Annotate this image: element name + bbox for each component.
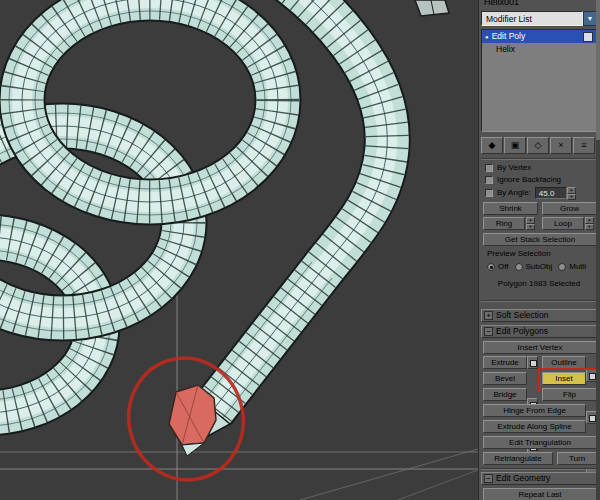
loop-button[interactable]: Loop — [542, 217, 584, 230]
shrink-button[interactable]: Shrink — [483, 202, 538, 215]
chevron-down-icon[interactable]: ▼ — [583, 11, 597, 26]
bridge-button[interactable]: Bridge — [483, 388, 527, 401]
inset-button[interactable]: Inset — [542, 372, 586, 385]
modifier-list-label: Modifier List — [481, 11, 583, 26]
stack-item-label: Edit Poly — [492, 32, 526, 41]
hinge-from-edge-button[interactable]: Hinge From Edge — [483, 404, 586, 417]
background-cube-object — [415, 0, 449, 16]
retriangulate-button[interactable]: Retriangulate — [483, 452, 553, 465]
selection-status: Polygon 1983 Selected — [481, 277, 597, 289]
by-vertex-label: By Vertex — [497, 164, 531, 172]
stack-item-edit-poly[interactable]: ● Edit Poly — [482, 30, 596, 43]
remove-modifier-button[interactable]: × — [550, 137, 572, 154]
by-angle-spinner[interactable]: ▴ ▾ — [567, 187, 576, 199]
repeat-last-button[interactable]: Repeat Last — [483, 488, 597, 500]
insert-vertex-button[interactable]: Insert Vertex — [483, 341, 597, 354]
pin-stack-button[interactable]: ◆ — [481, 137, 503, 154]
divider — [481, 300, 597, 302]
preview-multi-label: Multi — [569, 263, 586, 271]
configure-modifier-sets-button[interactable]: ≡ — [573, 137, 595, 154]
expand-icon[interactable]: + — [484, 311, 493, 320]
preview-off-label: Off — [498, 263, 509, 271]
edit-geometry-label: Edit Geometry — [496, 474, 550, 483]
extrude-settings-button[interactable] — [527, 356, 538, 369]
soft-selection-rollout[interactable]: + Soft Selection — [481, 309, 597, 322]
stack-toolbar: ◆ ▣ ◇ × ≡ — [481, 137, 597, 154]
edit-triangulation-button[interactable]: Edit Triangulation — [483, 436, 597, 449]
preview-subobj-radio[interactable] — [515, 263, 523, 271]
viewport-canvas[interactable] — [0, 0, 478, 500]
edit-polygons-label: Edit Polygons — [496, 327, 548, 336]
extrude-button[interactable]: Extrude — [483, 356, 527, 369]
bevel-button[interactable]: Bevel — [483, 372, 527, 385]
stack-item-label: Helix — [496, 45, 515, 54]
preview-selection-label: Preview Selection — [487, 250, 551, 258]
spinner-down-icon[interactable]: ▾ — [585, 224, 594, 231]
collapse-icon[interactable]: − — [484, 327, 493, 336]
soft-selection-label: Soft Selection — [496, 311, 548, 320]
ignore-backfacing-label: Ignore Backfacing — [497, 176, 561, 184]
object-name: Helix001 — [484, 0, 519, 8]
divider — [481, 158, 597, 160]
preview-multi-radio[interactable] — [558, 263, 566, 271]
ignore-backfacing-row: Ignore Backfacing — [485, 174, 561, 185]
edit-geometry-rollout[interactable]: − Edit Geometry — [481, 472, 597, 485]
preview-off-radio[interactable] — [487, 263, 495, 271]
outline-button[interactable]: Outline — [542, 356, 586, 369]
divider — [481, 468, 597, 470]
by-angle-label: By Angle: — [497, 189, 531, 197]
grow-button[interactable]: Grow — [542, 202, 597, 215]
extrude-along-spline-button[interactable]: Extrude Along Spline — [483, 420, 586, 433]
modifier-stack[interactable]: ● Edit Poly Helix — [481, 29, 597, 132]
modifier-list-dropdown[interactable]: Modifier List ▼ — [481, 11, 597, 26]
preview-subobj-label: SubObj — [526, 263, 553, 271]
panel-scrollbar[interactable] — [596, 0, 600, 500]
collapse-icon[interactable]: − — [484, 474, 493, 483]
spinner-down-icon[interactable]: ▾ — [567, 194, 576, 201]
by-angle-checkbox[interactable] — [485, 189, 493, 197]
modifier-enabled-icon[interactable]: ● — [485, 34, 489, 40]
turn-button[interactable]: Turn — [557, 452, 597, 465]
panel-scrollbar-thumb[interactable] — [596, 0, 600, 140]
3dsmax-window: Helix001 Modifier List ▼ ● Edit Poly Hel… — [0, 0, 600, 500]
ring-button[interactable]: Ring — [483, 217, 525, 230]
ring-spinner[interactable]: ▴ ▾ — [526, 217, 535, 230]
command-panel: Helix001 Modifier List ▼ ● Edit Poly Hel… — [478, 0, 600, 500]
preview-selection-radios: Off SubObj Multi — [487, 262, 597, 272]
show-end-result-button[interactable]: ▣ — [504, 137, 526, 154]
make-unique-button[interactable]: ◇ — [527, 137, 549, 154]
loop-spinner[interactable]: ▴ ▾ — [585, 217, 594, 230]
by-angle-row: By Angle: 45.0 ▴ ▾ — [485, 187, 576, 199]
ignore-backfacing-checkbox[interactable] — [485, 176, 493, 184]
by-vertex-row: By Vertex — [485, 162, 531, 173]
edit-polygons-rollout[interactable]: − Edit Polygons — [481, 325, 597, 338]
stack-item-helix[interactable]: Helix — [482, 43, 596, 56]
flip-button[interactable]: Flip — [542, 388, 597, 401]
modifier-subobject-icon — [583, 32, 593, 42]
by-vertex-checkbox[interactable] — [485, 164, 493, 172]
spinner-down-icon[interactable]: ▾ — [526, 224, 535, 231]
get-stack-selection-button[interactable]: Get Stack Selection — [483, 233, 597, 246]
viewport-3d[interactable] — [0, 0, 478, 500]
by-angle-field[interactable]: 45.0 — [535, 187, 567, 199]
